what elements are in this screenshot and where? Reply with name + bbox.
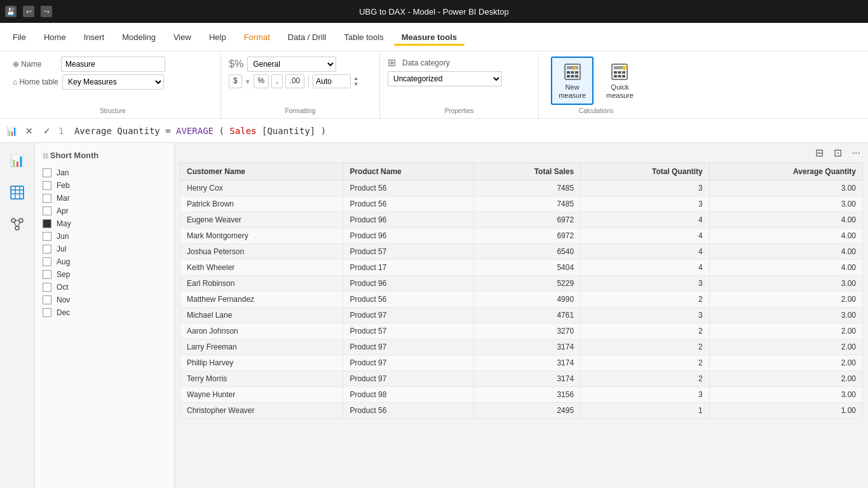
comma-btn[interactable]: , bbox=[271, 74, 282, 88]
filter-checkbox-may[interactable] bbox=[43, 219, 51, 228]
filter-checkbox-nov[interactable] bbox=[43, 295, 51, 304]
formula-paren-open: ( bbox=[219, 126, 224, 136]
svg-rect-14 bbox=[614, 75, 617, 78]
col-product-name: Product Name bbox=[343, 163, 474, 180]
percent-btn[interactable]: % bbox=[254, 74, 269, 88]
filter-icon[interactable]: ⊟ bbox=[813, 146, 826, 160]
home-table-select[interactable]: Key Measures bbox=[62, 74, 164, 90]
filter-item: Jun bbox=[43, 230, 166, 243]
redo-icon[interactable]: ↪ bbox=[41, 6, 52, 17]
filter-checkbox-feb[interactable] bbox=[43, 181, 51, 190]
calculations-section: New measure bbox=[539, 54, 653, 118]
filter-checkbox-sep[interactable] bbox=[43, 270, 51, 279]
decimal-spinner[interactable] bbox=[313, 74, 351, 88]
filter-checkbox-mar[interactable] bbox=[43, 194, 51, 203]
table-row[interactable]: Mark MontgomeryProduct 96697244.00 bbox=[180, 228, 863, 244]
table-row[interactable]: Earl RobinsonProduct 96522933.00 bbox=[180, 276, 863, 292]
filter-checkbox-aug[interactable] bbox=[43, 257, 51, 266]
sidebar-report-icon[interactable]: 📊 bbox=[6, 149, 29, 172]
menu-file[interactable]: File bbox=[5, 29, 34, 46]
decrease-decimal-btn[interactable]: .00 bbox=[285, 74, 305, 88]
menu-data-drill[interactable]: Data / Drill bbox=[280, 29, 334, 46]
table-row[interactable]: Michael LaneProduct 97476133.00 bbox=[180, 308, 863, 323]
sidebar-model-icon[interactable] bbox=[6, 213, 29, 236]
filter-checkbox-dec[interactable] bbox=[43, 308, 51, 317]
quick-measure-icon bbox=[609, 62, 630, 82]
cell-avg-qty: 3.00 bbox=[709, 387, 862, 403]
svg-rect-4 bbox=[575, 71, 578, 74]
menu-measure-tools[interactable]: Measure tools bbox=[394, 29, 465, 46]
data-category-label: Data category bbox=[402, 58, 450, 67]
menu-bar: File Home Insert Modeling View Help Form… bbox=[0, 23, 868, 51]
dollar-btn[interactable]: $ bbox=[229, 74, 242, 88]
cell-total-sales: 2495 bbox=[474, 403, 581, 419]
cell-total-qty: 1 bbox=[581, 403, 710, 419]
cell-product: Product 98 bbox=[343, 387, 474, 403]
menu-format[interactable]: Format bbox=[236, 29, 278, 46]
formula-cancel-button[interactable]: ✕ bbox=[23, 125, 36, 137]
table-row[interactable]: Henry CoxProduct 56748533.00 bbox=[180, 180, 863, 196]
format-select[interactable]: General Currency Percentage bbox=[247, 57, 336, 72]
table-row[interactable]: Eugene WeaverProduct 96697244.00 bbox=[180, 212, 863, 228]
fit-icon[interactable]: ⊡ bbox=[831, 146, 844, 160]
table-row[interactable]: Larry FreemanProduct 97317422.00 bbox=[180, 339, 863, 355]
cell-total-qty: 3 bbox=[581, 387, 710, 403]
cell-total-qty: 3 bbox=[581, 308, 710, 323]
menu-view[interactable]: View bbox=[166, 29, 199, 46]
data-category-select[interactable]: Uncategorized bbox=[388, 71, 502, 86]
table-row[interactable]: Keith WheelerProduct 17540444.00 bbox=[180, 260, 863, 276]
table-row[interactable]: Christopher WeaverProduct 56249511.00 bbox=[180, 403, 863, 419]
name-input[interactable] bbox=[61, 57, 165, 72]
cell-customer: Patrick Brown bbox=[180, 196, 343, 212]
cell-customer: Eugene Weaver bbox=[180, 212, 343, 228]
menu-table-tools[interactable]: Table tools bbox=[336, 29, 391, 46]
sidebar-table-icon[interactable] bbox=[6, 181, 29, 204]
cell-product: Product 96 bbox=[343, 228, 474, 244]
table-row[interactable]: Joshua PetersonProduct 57654044.00 bbox=[180, 244, 863, 260]
formula-text[interactable]: 1 Average Quantity = AVERAGE ( Sales [Qu… bbox=[58, 126, 863, 136]
menu-home[interactable]: Home bbox=[36, 29, 74, 46]
menu-insert[interactable]: Insert bbox=[76, 29, 112, 46]
dollar-dropdown[interactable]: ▼ bbox=[245, 78, 251, 85]
svg-rect-5 bbox=[567, 75, 570, 78]
svg-rect-7 bbox=[575, 75, 578, 78]
more-icon[interactable]: ··· bbox=[850, 146, 863, 160]
spinner-down[interactable]: ▼ bbox=[353, 81, 358, 87]
filter-label-feb: Feb bbox=[57, 181, 70, 190]
table-row[interactable]: Wayne HunterProduct 98315633.00 bbox=[180, 387, 863, 403]
cell-product: Product 96 bbox=[343, 212, 474, 228]
undo-icon[interactable]: ↩ bbox=[23, 6, 34, 17]
col-total-sales: Total Sales bbox=[474, 163, 581, 180]
filter-item: May bbox=[43, 217, 166, 230]
table-row[interactable]: Matthew FernandezProduct 56499022.00 bbox=[180, 292, 863, 308]
cell-total-sales: 3174 bbox=[474, 355, 581, 371]
filter-items-container: JanFebMarAprMayJunJulAugSepOctNovDec bbox=[43, 166, 166, 319]
filter-checkbox-jul[interactable] bbox=[43, 245, 51, 254]
table-row[interactable]: Terry MorrisProduct 97317422.00 bbox=[180, 371, 863, 387]
filter-checkbox-oct[interactable] bbox=[43, 283, 51, 292]
formula-confirm-button[interactable]: ✓ bbox=[41, 125, 53, 137]
spinner-arrows[interactable]: ▲ ▼ bbox=[353, 76, 358, 87]
filter-checkbox-apr[interactable] bbox=[43, 207, 51, 215]
menu-help[interactable]: Help bbox=[201, 29, 234, 46]
quick-measure-button[interactable]: Quick measure bbox=[599, 57, 641, 105]
menu-modeling[interactable]: Modeling bbox=[114, 29, 163, 46]
table-head: Customer Name Product Name Total Sales T… bbox=[180, 163, 863, 180]
spinner-up[interactable]: ▲ bbox=[353, 76, 358, 81]
cell-customer: Matthew Fernandez bbox=[180, 292, 343, 308]
data-category-select-row: Uncategorized bbox=[388, 71, 531, 86]
table-row[interactable]: Patrick BrownProduct 56748533.00 bbox=[180, 196, 863, 212]
table-row[interactable]: Phillip HarveyProduct 97317422.00 bbox=[180, 355, 863, 371]
cell-customer: Larry Freeman bbox=[180, 339, 343, 355]
filter-item: Mar bbox=[43, 192, 166, 205]
table-row[interactable]: Aaron JohnsonProduct 57327022.00 bbox=[180, 323, 863, 339]
filter-label-aug: Aug bbox=[57, 257, 70, 266]
filter-checkbox-jun[interactable] bbox=[43, 232, 51, 241]
cell-avg-qty: 3.00 bbox=[709, 276, 862, 292]
formula-equals: = bbox=[165, 126, 176, 136]
properties-controls: ⊞ Data category Uncategorized bbox=[388, 57, 531, 105]
filter-checkbox-jan[interactable] bbox=[43, 168, 51, 177]
new-measure-button[interactable]: New measure bbox=[551, 57, 593, 105]
filter-item: Dec bbox=[43, 306, 166, 319]
save-icon[interactable]: 💾 bbox=[5, 6, 17, 17]
